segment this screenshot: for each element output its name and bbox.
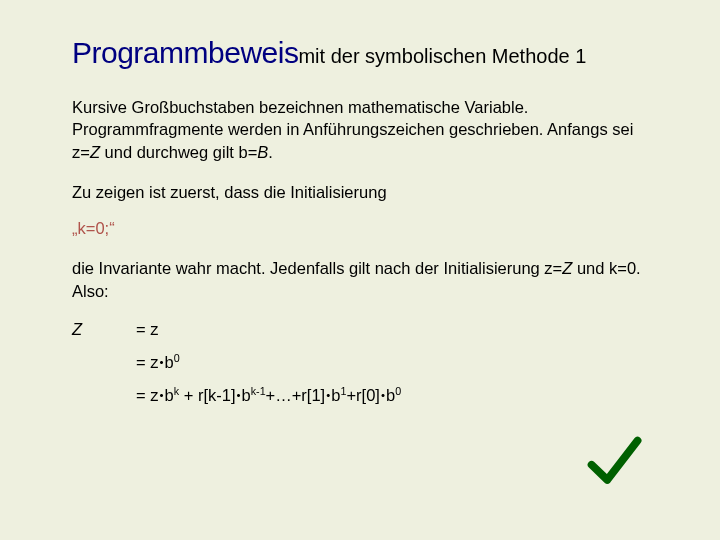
text: = z [136, 320, 158, 338]
equation-rhs: = z•bk + r[k-1]•bk-1+…+r[1]•b1+r[0]•b0 [136, 386, 648, 405]
var-z: Z [72, 320, 82, 338]
superscript: 0 [395, 384, 401, 396]
equation-row: Z = z [72, 320, 648, 339]
dot-icon: • [158, 389, 164, 401]
code-fragment: „k=0;“ [72, 217, 648, 239]
text: +…+r[1] [266, 386, 326, 404]
text: +r[0] [346, 386, 379, 404]
slide-title: Programmbeweis mit der symbolischen Meth… [72, 36, 648, 70]
text: Zu zeigen ist zuerst, dass die Initialis… [72, 183, 387, 201]
equation-row: = z•bk + r[k-1]•bk-1+…+r[1]•b1+r[0]•b0 [72, 386, 648, 405]
code-text: „k=0;“ [72, 219, 115, 237]
dot-icon: • [235, 389, 241, 401]
slide-body: Kursive Großbuchstaben bezeichnen mathem… [72, 96, 648, 405]
text: die Invariante wahr macht. Jedenfalls gi… [72, 259, 562, 277]
equation-lhs: Z [72, 320, 136, 339]
slide: Programmbeweis mit der symbolischen Meth… [0, 0, 720, 540]
text: . [268, 143, 273, 161]
text: = z [136, 353, 158, 371]
equation-block: Z = z = z•b0 = z•bk + r[k-1]•bk-1+…+r[1]… [72, 320, 648, 405]
var-b: B [257, 143, 268, 161]
text: b [165, 386, 174, 404]
title-rest: mit der symbolischen Methode 1 [298, 45, 586, 67]
text: b [242, 386, 251, 404]
text: = z [136, 386, 158, 404]
dot-icon: • [325, 389, 331, 401]
title-main: Programmbeweis [72, 36, 298, 69]
paragraph-intro: Kursive Großbuchstaben bezeichnen mathem… [72, 96, 648, 163]
checkmark-icon [586, 434, 642, 490]
dot-icon: • [158, 356, 164, 368]
text: + r[k-1] [179, 386, 235, 404]
equation-row: = z•b0 [72, 353, 648, 372]
paragraph-result: die Invariante wahr macht. Jedenfalls gi… [72, 257, 648, 302]
equation-rhs: = z•b0 [136, 353, 648, 372]
var-z: Z [90, 143, 100, 161]
text: b [386, 386, 395, 404]
superscript: k-1 [251, 384, 266, 396]
equation-rhs: = z [136, 320, 648, 339]
dot-icon: • [380, 389, 386, 401]
superscript: 0 [174, 351, 180, 363]
paragraph-show: Zu zeigen ist zuerst, dass die Initialis… [72, 181, 648, 203]
var-z: Z [562, 259, 572, 277]
text: und durchweg gilt b= [100, 143, 257, 161]
text: b [165, 353, 174, 371]
